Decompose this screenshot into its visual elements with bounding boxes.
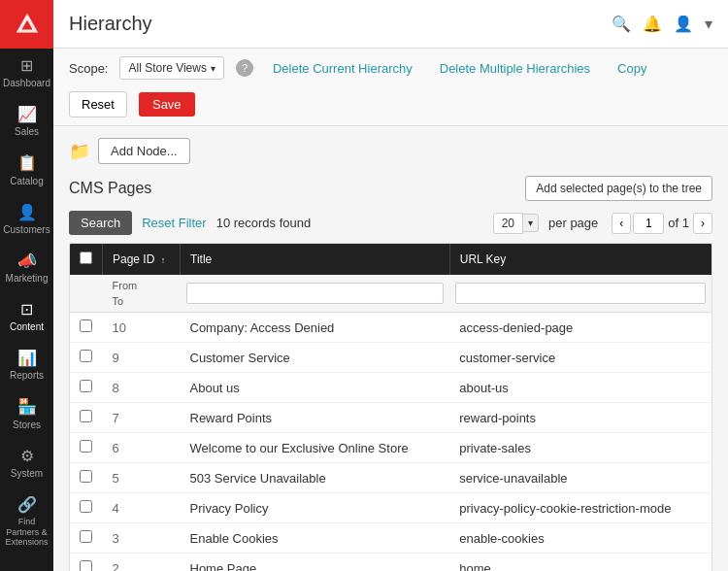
page-total: of 1 xyxy=(668,216,689,230)
sidebar-logo[interactable] xyxy=(0,0,53,49)
sort-arrow-page-id: ↑ xyxy=(161,255,166,265)
stores-icon: 🏪 xyxy=(17,397,37,416)
scope-label: Scope: xyxy=(69,61,108,76)
row-checkbox[interactable] xyxy=(80,350,92,362)
reset-button[interactable]: Reset xyxy=(69,91,127,118)
user-icon[interactable]: 👤 xyxy=(674,15,693,33)
table-row: 5 503 Service Unavailable service-unavai… xyxy=(70,463,711,493)
cell-title: 503 Service Unavailable xyxy=(181,463,450,493)
sidebar-item-catalog[interactable]: 📋 Catalog xyxy=(0,146,53,194)
scope-selector[interactable]: All Store Views ▾ xyxy=(119,56,223,80)
cell-url-key: private-sales xyxy=(449,433,711,463)
partners-icon: 🔗 xyxy=(17,495,37,514)
customers-icon: 👤 xyxy=(17,203,37,221)
cms-pages-title: CMS Pages xyxy=(69,180,151,197)
sales-icon: 📈 xyxy=(17,105,37,123)
help-icon[interactable]: ? xyxy=(236,59,253,77)
cell-page-id: 10 xyxy=(103,313,181,343)
cell-url-key: enable-cookies xyxy=(449,523,711,554)
per-page-value: 20 xyxy=(493,213,523,234)
cms-pages-header: CMS Pages Add selected page(s) to the tr… xyxy=(69,176,712,201)
cell-page-id: 4 xyxy=(103,493,181,523)
filter-row: From To xyxy=(70,275,711,313)
scope-value: All Store Views xyxy=(128,61,206,75)
row-checkbox[interactable] xyxy=(80,380,92,392)
filter-title-input[interactable] xyxy=(186,283,445,304)
content-icon: ⊡ xyxy=(20,300,33,319)
copy-button[interactable]: Copy xyxy=(610,57,654,80)
save-button[interactable]: Save xyxy=(139,92,195,117)
row-checkbox[interactable] xyxy=(80,410,92,422)
cell-title: Privacy Policy xyxy=(181,493,450,523)
row-checkbox-cell xyxy=(70,313,103,343)
toolbar: Scope: All Store Views ▾ ? Delete Curren… xyxy=(53,49,728,126)
per-page-dropdown-arrow[interactable]: ▾ xyxy=(523,214,539,232)
node-icon: 📁 xyxy=(69,141,90,162)
search-icon[interactable]: 🔍 xyxy=(612,15,631,33)
filter-from-label: From xyxy=(109,279,175,292)
page-title: Hierarchy xyxy=(69,13,152,35)
sidebar-item-marketing[interactable]: 📣 Marketing xyxy=(0,244,53,292)
system-icon: ⚙ xyxy=(20,447,34,465)
sidebar-item-content[interactable]: ⊡ Content xyxy=(0,292,53,341)
cell-title: About us xyxy=(181,373,450,403)
cell-page-id: 3 xyxy=(103,523,181,554)
cell-url-key: home xyxy=(449,554,711,572)
row-checkbox-cell xyxy=(70,554,103,572)
row-checkbox-cell xyxy=(70,433,103,463)
filter-url-key-input[interactable] xyxy=(455,283,706,304)
content-area: 📁 Add Node... CMS Pages Add selected pag… xyxy=(53,126,728,571)
page-header: Hierarchy 🔍 🔔 👤 ▾ xyxy=(53,0,728,49)
main-content: Hierarchy 🔍 🔔 👤 ▾ Scope: All Store Views… xyxy=(53,0,728,571)
column-header-page-id[interactable]: Page ID ↑ xyxy=(103,244,181,275)
next-page-button[interactable]: › xyxy=(693,213,712,234)
cell-title: Enable Cookies xyxy=(181,523,450,554)
row-checkbox-cell xyxy=(70,493,103,523)
reset-filter-button[interactable]: Reset Filter xyxy=(142,216,206,230)
column-header-url-key[interactable]: URL Key xyxy=(449,244,711,275)
table-row: 4 Privacy Policy privacy-policy-cookie-r… xyxy=(70,493,711,523)
reports-icon: 📊 xyxy=(17,349,37,367)
sidebar-item-partners[interactable]: 🔗 Find Partners & Extensions xyxy=(0,487,53,556)
search-button[interactable]: Search xyxy=(69,211,132,235)
row-checkbox[interactable] xyxy=(80,530,92,543)
cell-page-id: 9 xyxy=(103,343,181,373)
sidebar-item-system[interactable]: ⚙ System xyxy=(0,439,53,487)
sidebar-item-dashboard[interactable]: ⊞ Dashboard xyxy=(0,49,53,97)
add-node-button[interactable]: Add Node... xyxy=(98,138,190,164)
more-icon[interactable]: ▾ xyxy=(705,15,712,33)
cell-page-id: 5 xyxy=(103,463,181,493)
table-row: 2 Home Page home xyxy=(70,554,711,572)
delete-current-hierarchy-button[interactable]: Delete Current Hierarchy xyxy=(265,57,420,80)
catalog-icon: 📋 xyxy=(17,153,37,172)
row-checkbox[interactable] xyxy=(80,500,92,513)
row-checkbox-cell xyxy=(70,463,103,493)
row-checkbox[interactable] xyxy=(80,319,92,332)
table-row: 3 Enable Cookies enable-cookies xyxy=(70,523,711,554)
table-row: 6 Welcome to our Exclusive Online Store … xyxy=(70,433,711,463)
cell-url-key: reward-points xyxy=(449,403,711,433)
cell-title: Home Page xyxy=(181,554,450,572)
prev-page-button[interactable]: ‹ xyxy=(612,213,631,234)
column-header-title[interactable]: Title xyxy=(181,244,450,275)
cell-page-id: 6 xyxy=(103,433,181,463)
bell-icon[interactable]: 🔔 xyxy=(643,15,662,33)
row-checkbox[interactable] xyxy=(80,440,92,453)
row-checkbox[interactable] xyxy=(80,470,92,483)
sidebar: ⊞ Dashboard 📈 Sales 📋 Catalog 👤 Customer… xyxy=(0,0,53,571)
table-row: 9 Customer Service customer-service xyxy=(70,343,711,373)
sidebar-item-sales[interactable]: 📈 Sales xyxy=(0,97,53,146)
cell-url-key: privacy-policy-cookie-restriction-mode xyxy=(449,493,711,523)
row-checkbox[interactable] xyxy=(80,560,92,571)
delete-multiple-hierarchies-button[interactable]: Delete Multiple Hierarchies xyxy=(432,57,598,80)
search-bar: Search Reset Filter 10 records found 20 … xyxy=(69,211,712,235)
add-pages-button[interactable]: Add selected page(s) to the tree xyxy=(525,176,712,201)
header-actions: 🔍 🔔 👤 ▾ xyxy=(612,15,712,33)
sidebar-item-customers[interactable]: 👤 Customers xyxy=(0,195,53,244)
sidebar-item-reports[interactable]: 📊 Reports xyxy=(0,341,53,389)
cms-pages-table: Page ID ↑ Title URL Key From To xyxy=(69,243,712,571)
master-checkbox[interactable] xyxy=(80,252,92,264)
page-input[interactable] xyxy=(633,213,664,234)
sidebar-item-stores[interactable]: 🏪 Stores xyxy=(0,389,53,438)
cell-url-key: about-us xyxy=(449,373,711,403)
